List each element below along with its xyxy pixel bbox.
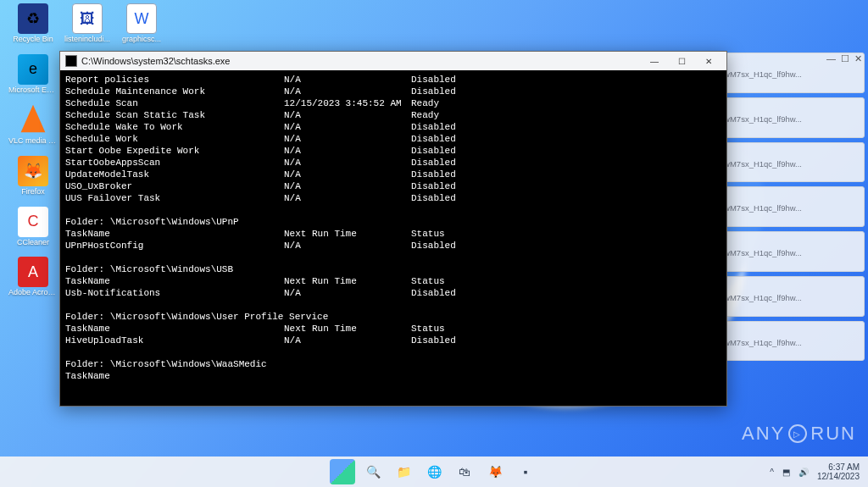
cmd-window[interactable]: C:\Windows\system32\schtasks.exe — ☐ ✕ R… bbox=[59, 51, 727, 407]
edge-taskbar-icon[interactable]: 🌐 bbox=[421, 459, 447, 484]
toast-close[interactable]: ✕ bbox=[854, 53, 862, 64]
search-icon[interactable]: 🔍 bbox=[360, 459, 386, 484]
acrobat-icon[interactable]: AAdobe Acrobat bbox=[8, 257, 58, 297]
volume-icon[interactable]: 🔊 bbox=[798, 468, 809, 477]
firefox-taskbar-icon[interactable]: 🦊 bbox=[482, 459, 508, 484]
firefox-icon[interactable]: 🦊Firefox bbox=[8, 156, 58, 196]
cmd-output: Report policiesN/ADisabledSchedule Maint… bbox=[60, 70, 726, 385]
cmd-titlebar[interactable]: C:\Windows\system32\schtasks.exe — ☐ ✕ bbox=[60, 52, 726, 70]
cmd-taskbar-icon[interactable]: ▪ bbox=[513, 459, 538, 484]
taskbar: 🔍 📁 🌐 🛍 🦊 ▪ ^ ⬒ 🔊 6:37 AM 12/14/2023 bbox=[0, 457, 868, 487]
word-doc-icon[interactable]: Wgraphicsc... bbox=[117, 3, 166, 44]
start-button[interactable] bbox=[330, 459, 355, 484]
toast-max[interactable]: ☐ bbox=[841, 53, 849, 64]
minimize-button[interactable]: — bbox=[642, 53, 667, 69]
icon-label: Recycle Bin bbox=[13, 36, 53, 44]
icon-label: Firefox bbox=[21, 188, 45, 196]
clock-date: 12/14/2023 bbox=[817, 472, 860, 481]
clock-time: 6:37 AM bbox=[817, 462, 860, 472]
maximize-button[interactable]: ☐ bbox=[669, 53, 694, 69]
store-icon[interactable]: 🛍 bbox=[452, 459, 477, 484]
toast-minimize[interactable]: — bbox=[826, 53, 836, 64]
anyrun-watermark: ANY▷RUN bbox=[742, 423, 856, 445]
close-button[interactable]: ✕ bbox=[696, 53, 721, 69]
icon-label: CCleaner bbox=[17, 239, 49, 247]
icon-label: Microsoft Edge bbox=[8, 86, 58, 95]
cmd-title: C:\Windows\system32\schtasks.exe bbox=[81, 56, 230, 66]
play-icon: ▷ bbox=[788, 424, 807, 443]
vlc-icon[interactable]: VLC media player bbox=[8, 105, 58, 146]
explorer-icon[interactable]: 📁 bbox=[391, 459, 416, 484]
network-icon[interactable]: ⬒ bbox=[782, 468, 790, 477]
recycle-bin-icon[interactable]: ♻Recycle Bin bbox=[8, 3, 58, 44]
icon-label: listenincludi... bbox=[64, 36, 110, 44]
file-icon[interactable]: 🖼listenincludi... bbox=[63, 3, 112, 44]
cmd-app-icon bbox=[65, 55, 77, 67]
edge-icon[interactable]: eMicrosoft Edge bbox=[8, 54, 58, 95]
icon-label: VLC media player bbox=[8, 137, 58, 146]
tray-chevron-icon[interactable]: ^ bbox=[770, 468, 774, 477]
ccleaner-icon[interactable]: CCCleaner bbox=[8, 207, 58, 247]
system-tray[interactable]: ^ ⬒ 🔊 6:37 AM 12/14/2023 bbox=[770, 462, 868, 481]
clock[interactable]: 6:37 AM 12/14/2023 bbox=[817, 462, 860, 481]
taskbar-center: 🔍 📁 🌐 🛍 🦊 ▪ bbox=[330, 459, 538, 484]
icon-label: Adobe Acrobat bbox=[8, 289, 58, 297]
icon-label: graphicsc... bbox=[122, 36, 161, 44]
